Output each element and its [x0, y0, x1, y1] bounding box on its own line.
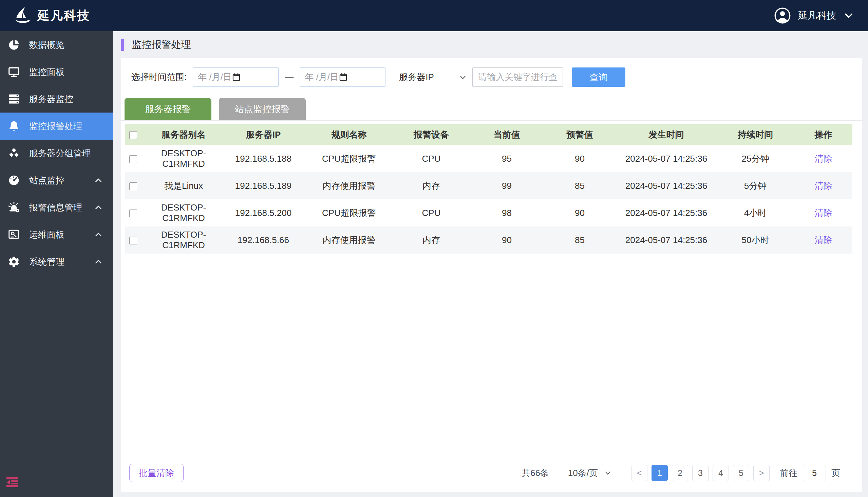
gauge-icon [8, 174, 20, 187]
sidebar-item-label: 站点监控 [29, 174, 65, 186]
clear-action-link[interactable]: 清除 [815, 181, 832, 191]
main-content: 监控报警处理 选择时间范围: 年 /月/日 — 年 /月/日 [113, 31, 868, 497]
sidebar-item-label: 数据概览 [29, 39, 65, 51]
chevron-up-icon [94, 230, 103, 239]
batch-clear-button[interactable]: 批量清除 [129, 464, 183, 482]
select-all-checkbox[interactable] [129, 131, 137, 139]
server-icon [8, 93, 20, 105]
row-checkbox[interactable] [129, 182, 137, 190]
prev-page-button[interactable]: < [631, 465, 647, 481]
alarm-tabs: 服务器报警 站点监控报警 [121, 98, 862, 121]
next-page-button[interactable]: > [753, 465, 770, 481]
cell-rule: CPU超限报警 [306, 199, 392, 226]
filter-bar: 选择时间范围: 年 /月/日 — 年 /月/日 服务器IP [131, 68, 862, 87]
collapse-menu-icon [6, 477, 18, 487]
sidebar-item-site-monitor[interactable]: 站点监控 [0, 167, 113, 194]
start-date-input[interactable]: 年 /月/日 [193, 68, 279, 87]
goto-label: 前往 [780, 467, 797, 479]
table-header-row: 服务器别名 服务器IP 规则名称 报警设备 当前值 预警值 发生时间 持续时间 … [125, 124, 852, 145]
clear-action-link[interactable]: 清除 [815, 154, 832, 164]
cell-rule: CPU超限报警 [306, 145, 392, 172]
table-row: DESKTOP-C1RMFKD 192.168.5.66 内存使用报警 内存 9… [125, 226, 852, 254]
search-button[interactable]: 查询 [572, 68, 625, 87]
cell-duration: 50小时 [716, 226, 794, 254]
cell-ip: 192.168.5.66 [221, 226, 306, 254]
col-header-duration: 持续时间 [716, 124, 794, 145]
siren-icon [8, 201, 20, 214]
sidebar-item-system-admin[interactable]: 系统管理 [0, 248, 113, 275]
goto-page-input[interactable] [803, 465, 826, 481]
date-range-separator: — [285, 72, 293, 82]
end-date-placeholder: 年 /月/日 [305, 71, 339, 83]
date-range-label: 选择时间范围: [131, 71, 187, 83]
page-title: 监控报警处理 [132, 38, 191, 52]
cell-duration: 4小时 [716, 199, 794, 226]
cell-time: 2024-05-07 14:25:36 [616, 172, 716, 199]
cell-threshold: 90 [543, 145, 616, 172]
chevron-up-icon [94, 203, 103, 212]
cell-ip: 192.168.5.189 [221, 172, 306, 199]
cell-time: 2024-05-07 14:25:36 [616, 199, 716, 226]
pie-chart-icon [8, 38, 20, 51]
panel-footer: 批量清除 共66条 10条/页 < 1 2 3 4 5 > [121, 464, 862, 482]
tab-site-monitor-alarm[interactable]: 站点监控报警 [219, 98, 306, 120]
server-ip-select[interactable]: 服务器IP [399, 71, 467, 83]
col-header-device: 报警设备 [392, 124, 470, 145]
clear-action-link[interactable]: 清除 [815, 235, 832, 245]
sidebar-item-ops-panel[interactable]: 运维面板 [0, 221, 113, 248]
col-header-action: 操作 [794, 124, 852, 145]
content-panel: 选择时间范围: 年 /月/日 — 年 /月/日 服务器IP [121, 58, 862, 492]
chevron-up-icon [94, 176, 103, 185]
user-menu[interactable]: 延凡科技 [774, 7, 854, 25]
brand-name: 延凡科技 [37, 8, 90, 24]
keyword-search-input[interactable] [472, 68, 563, 87]
pagination: 共66条 10条/页 < 1 2 3 4 5 > 前往 [522, 465, 840, 481]
cell-current: 90 [470, 226, 543, 254]
sidebar-item-server-groups[interactable]: 服务器分组管理 [0, 140, 113, 167]
goto-suffix: 页 [831, 467, 840, 479]
sidebar-item-monitor-panel[interactable]: 监控面板 [0, 58, 113, 85]
cell-device: CPU [392, 145, 470, 172]
cell-ip: 192.168.5.188 [221, 145, 306, 172]
sidebar-item-alarm-handling[interactable]: 监控报警处理 [0, 113, 113, 140]
cell-alias: DESKTOP-C1RMFKD [146, 145, 221, 172]
cell-rule: 内存使用报警 [306, 226, 392, 254]
total-count: 共66条 [522, 467, 549, 479]
page-size-select[interactable]: 10条/页 [568, 467, 611, 479]
cell-duration: 5分钟 [716, 172, 794, 199]
brand-logo: 延凡科技 [14, 6, 90, 25]
sidebar-item-server-monitor[interactable]: 服务器监控 [0, 85, 113, 113]
chevron-down-icon [843, 10, 854, 22]
row-checkbox[interactable] [129, 155, 137, 163]
end-date-input[interactable]: 年 /月/日 [300, 68, 385, 87]
cell-threshold: 85 [543, 172, 616, 199]
page-button-5[interactable]: 5 [733, 465, 749, 481]
row-checkbox[interactable] [129, 237, 137, 244]
cell-time: 2024-05-07 14:25:36 [616, 145, 716, 172]
row-checkbox[interactable] [129, 210, 137, 217]
sidebar-item-alarm-info[interactable]: 报警信息管理 [0, 194, 113, 221]
page-button-2[interactable]: 2 [672, 465, 688, 481]
tab-server-alarm[interactable]: 服务器报警 [125, 98, 211, 120]
page-button-4[interactable]: 4 [713, 465, 729, 481]
page-button-3[interactable]: 3 [692, 465, 708, 481]
sidebar-nav: 数据概览 监控面板 服务器监控 监控报警处理 [0, 31, 113, 497]
cell-current: 98 [470, 199, 543, 226]
sidebar-item-data-overview[interactable]: 数据概览 [0, 31, 113, 58]
sidebar-collapse-button[interactable] [6, 477, 18, 487]
calendar-icon [232, 73, 241, 82]
col-header-rule: 规则名称 [306, 124, 392, 145]
page-button-1[interactable]: 1 [651, 465, 668, 481]
clear-action-link[interactable]: 清除 [815, 208, 832, 218]
top-bar: 延凡科技 延凡科技 [0, 0, 868, 31]
cell-duration: 25分钟 [716, 145, 794, 172]
user-name: 延凡科技 [798, 9, 836, 22]
table-row: DESKTOP-C1RMFKD 192.168.5.188 CPU超限报警 CP… [125, 145, 852, 172]
col-header-current: 当前值 [470, 124, 543, 145]
cell-current: 99 [470, 172, 543, 199]
cell-current: 95 [470, 145, 543, 172]
cell-alias: DESKTOP-C1RMFKD [146, 199, 221, 226]
chevron-up-icon [94, 257, 103, 266]
col-header-ip: 服务器IP [221, 124, 306, 145]
cell-device: 内存 [392, 226, 470, 254]
